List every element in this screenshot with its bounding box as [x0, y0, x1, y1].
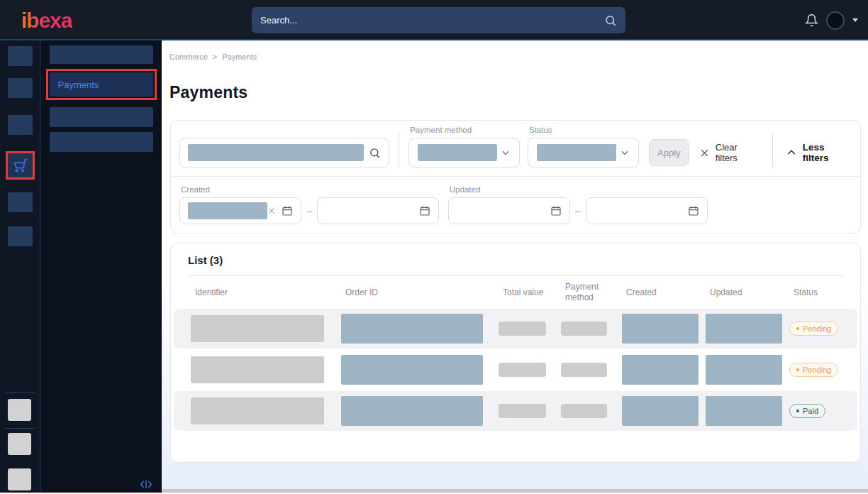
bell-icon[interactable]	[805, 13, 818, 27]
rail-bottom-item-1[interactable]	[8, 399, 31, 421]
redacted-order-id-cell	[341, 314, 483, 344]
redacted-created-cell	[622, 396, 699, 426]
sidebar-item-label: Payments	[58, 79, 99, 90]
less-filters-label: Less filters	[803, 142, 852, 163]
created-label: Created	[181, 185, 439, 194]
status-dot-icon	[796, 327, 799, 330]
calendar-icon[interactable]	[282, 205, 293, 216]
filter-search-input[interactable]	[179, 138, 389, 168]
calendar-icon[interactable]	[419, 205, 430, 216]
col-updated: Updated	[706, 287, 789, 298]
main-content: Commerce > Payments Payments	[162, 40, 868, 493]
chevron-up-icon	[786, 147, 797, 158]
topbar: ibexa	[0, 0, 868, 40]
col-identifier: Identifier	[191, 287, 341, 298]
col-status: Status	[789, 287, 849, 298]
horizontal-scrollbar[interactable]	[162, 489, 868, 493]
sidebar-collapse-toggle[interactable]	[140, 480, 152, 489]
rail-item-3[interactable]	[8, 115, 33, 135]
rail-item-2[interactable]	[8, 78, 33, 98]
status-badge-label: Paid	[803, 407, 818, 415]
app-logo[interactable]: ibexa	[21, 9, 72, 33]
redacted-date-value	[188, 202, 267, 219]
redacted-payment-method-cell	[561, 363, 607, 377]
payment-method-select[interactable]	[408, 138, 520, 168]
table-header-row: Identifier Order ID Total value Payment …	[171, 276, 860, 309]
clear-filters-button[interactable]: Clear filters	[699, 138, 761, 168]
redacted-identifier-cell	[191, 356, 324, 383]
redacted-updated-cell	[706, 396, 782, 426]
col-total-value: Total value	[499, 287, 561, 298]
less-filters-toggle[interactable]: Less filters	[786, 138, 852, 168]
rail-item-commerce-highlighted[interactable]	[6, 151, 35, 180]
nav-item-redacted-2[interactable]	[50, 107, 153, 127]
col-created: Created	[622, 287, 706, 298]
rail-divider	[5, 428, 35, 429]
rail-item-5[interactable]	[8, 192, 33, 212]
status-label: Status	[529, 126, 639, 134]
redacted-identifier-cell	[191, 397, 324, 424]
redacted-search-value	[188, 144, 364, 161]
rail-divider	[5, 393, 35, 393]
apply-button[interactable]: Apply	[649, 139, 689, 166]
calendar-icon[interactable]	[688, 205, 699, 216]
redacted-total-value-cell	[499, 322, 546, 336]
global-search[interactable]	[252, 7, 625, 33]
status-badge: Paid	[789, 404, 825, 418]
status-badge: Pending	[789, 363, 838, 377]
created-to-input[interactable]	[317, 197, 439, 224]
payments-list-panel: List (3) Identifier Order ID Total value…	[170, 243, 861, 463]
shopping-cart-icon	[13, 158, 28, 173]
breadcrumb-separator: >	[213, 53, 217, 61]
clear-x-icon[interactable]	[267, 207, 276, 215]
redacted-total-value-cell	[499, 363, 546, 377]
icon-sidebar	[0, 40, 40, 493]
status-badge-label: Pending	[803, 366, 831, 374]
topbar-right-cluster	[805, 0, 858, 40]
rail-item-1[interactable]	[8, 46, 33, 66]
redacted-updated-cell	[706, 355, 782, 385]
status-badge: Pending	[789, 322, 838, 336]
rail-bottom-item-3[interactable]	[8, 468, 31, 490]
status-badge-label: Pending	[803, 324, 831, 333]
list-title: List (3)	[188, 254, 860, 266]
redacted-total-value-cell	[499, 404, 546, 418]
breadcrumb-commerce[interactable]: Commerce	[169, 53, 208, 61]
redacted-order-id-cell	[341, 355, 483, 385]
chevron-down-icon	[501, 148, 511, 158]
redacted-order-id-cell	[341, 396, 483, 426]
nav-item-redacted-1[interactable]	[50, 45, 153, 64]
updated-from-input[interactable]	[448, 197, 570, 224]
search-icon	[604, 14, 617, 27]
status-dot-icon	[796, 410, 799, 412]
table-row[interactable]: Pending	[174, 309, 857, 348]
redacted-payment-method-cell	[561, 322, 607, 336]
secondary-sidebar: Payments	[40, 40, 162, 493]
nav-item-redacted-3[interactable]	[50, 132, 153, 152]
global-search-input[interactable]	[260, 15, 604, 26]
redacted-created-cell	[622, 314, 699, 344]
rail-bottom-item-2[interactable]	[8, 433, 31, 455]
rail-item-6[interactable]	[8, 226, 33, 246]
divider	[772, 133, 773, 168]
chevron-down-icon	[620, 148, 630, 158]
table-row[interactable]: Pending	[174, 350, 857, 390]
updated-to-input[interactable]	[586, 197, 708, 224]
created-from-input[interactable]	[179, 197, 301, 224]
status-dot-icon	[796, 368, 799, 371]
redacted-select-value	[537, 144, 616, 161]
x-icon	[699, 148, 710, 158]
redacted-identifier-cell	[191, 315, 324, 342]
avatar[interactable]	[826, 11, 845, 30]
sidebar-item-payments-highlighted[interactable]: Payments	[50, 72, 153, 97]
calendar-icon[interactable]	[550, 205, 562, 216]
user-menu-caret-icon[interactable]	[852, 18, 858, 22]
divider	[399, 133, 399, 168]
payment-method-label: Payment method	[410, 126, 520, 134]
status-select[interactable]	[528, 138, 639, 168]
table-row[interactable]: Paid	[174, 391, 857, 431]
range-separator: –	[306, 205, 312, 216]
filters-panel: Payment method Status	[170, 120, 861, 234]
redacted-created-cell	[622, 355, 699, 385]
page-title: Payments	[169, 83, 868, 102]
